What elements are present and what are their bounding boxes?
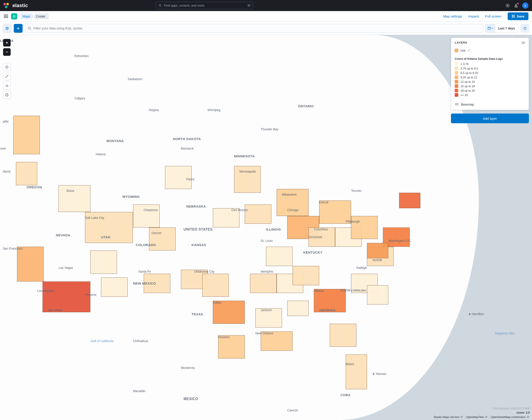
draw-button[interactable] [3, 82, 11, 90]
kql-input[interactable] [25, 24, 483, 33]
csa-region[interactable] [16, 162, 37, 185]
breadcrumb-current: Create [33, 13, 49, 19]
save-button[interactable]: Save [508, 12, 529, 20]
svg-point-22 [6, 66, 8, 68]
zoom-in-button[interactable] [3, 39, 11, 46]
csa-region[interactable] [293, 266, 319, 285]
csa-region[interactable] [133, 205, 160, 227]
help-icon[interactable] [505, 3, 510, 8]
layers-title: LAYERS [455, 41, 467, 44]
global-header: elastic Find apps, content, and more. ⌘/… [0, 0, 532, 11]
csa-region[interactable] [399, 193, 420, 208]
attribution-omt[interactable]: OpenMapTiles [466, 416, 484, 419]
legend-label: 12 up to 15 [460, 80, 475, 83]
legend-row: 6.5 up to 9.25 [455, 71, 525, 75]
saved-query-button[interactable] [3, 24, 12, 33]
legend-label: 15 up to 18 [460, 85, 475, 88]
timeslider-button[interactable] [3, 91, 11, 99]
csa-region[interactable] [351, 216, 378, 239]
csa-region[interactable] [90, 251, 117, 273]
refresh-button[interactable] [520, 24, 529, 33]
search-icon [28, 27, 31, 30]
csa-region[interactable] [59, 185, 90, 212]
time-range-picker[interactable]: Last 7 days [485, 24, 518, 33]
svg-line-14 [30, 29, 31, 30]
csa-region[interactable] [367, 243, 388, 258]
legend-row: 12 up to 15 [455, 79, 525, 84]
svg-line-27 [6, 75, 8, 77]
layer-item-csa[interactable]: csa 🕘 [451, 47, 529, 56]
csa-region[interactable] [245, 205, 271, 224]
breadcrumb: Maps Create [20, 13, 49, 19]
svg-point-3 [507, 5, 508, 6]
add-filter-button[interactable] [14, 24, 23, 33]
nav-toggle-icon[interactable] [3, 14, 8, 18]
csa-region[interactable] [17, 247, 44, 282]
legend-swatch [455, 75, 458, 79]
svg-line-1 [161, 6, 162, 7]
legend-row: 9.25 up to 12 [455, 75, 525, 79]
legend-title: Count of Kibana Sample Data Logs [455, 57, 525, 60]
legend-row: >= 20 [455, 93, 525, 97]
csa-region[interactable] [250, 274, 277, 293]
layers-panel: LAYERS csa 🕘 Count of Kibana Sample Data… [451, 38, 529, 110]
space-selector[interactable]: D [11, 13, 17, 19]
map-attribution: Elastic Maps Service⧉, OpenMapTiles⧉, Op… [434, 415, 530, 419]
watermark: CSDN @Elastic 中国社区官方博客 [492, 407, 530, 410]
elastic-logo-icon[interactable] [3, 3, 9, 8]
legend-swatch [455, 71, 458, 75]
csa-region[interactable] [287, 301, 309, 316]
attribution-ems[interactable]: Elastic Maps Service [434, 416, 459, 419]
csa-region[interactable] [346, 355, 367, 389]
grid-icon: ⠿⠿ [455, 103, 458, 106]
legend-row: 3.75 up to 6.5 [455, 66, 525, 71]
csa-region[interactable] [149, 227, 176, 251]
zoom-out-button[interactable] [3, 48, 11, 56]
svg-point-28 [6, 77, 6, 78]
csa-region[interactable] [101, 277, 127, 297]
add-layer-button[interactable]: Add layer [451, 114, 529, 123]
legend-label: 18 up to 20 [460, 89, 475, 92]
newsfeed-icon[interactable] [514, 3, 518, 8]
legend-row: 15 up to 18 [455, 84, 525, 88]
svg-point-13 [28, 27, 30, 29]
csa-region[interactable] [202, 274, 229, 297]
kql-input-field[interactable] [33, 26, 480, 30]
layer-item-basemap[interactable]: ⠿⠿ Basemap [451, 100, 529, 110]
legend-swatch [455, 67, 458, 70]
csa-region[interactable] [13, 116, 40, 154]
inspect-button[interactable]: Inspect [468, 14, 479, 18]
external-link-icon: ⧉ [527, 415, 529, 419]
attribution-osm[interactable]: OpenStreetMap contributors [491, 416, 526, 419]
map-toolbar [3, 39, 11, 99]
legend-swatch [455, 84, 458, 88]
legend-row: < 3.75 [455, 62, 525, 66]
query-bar: Last 7 days [0, 22, 532, 35]
csa-region[interactable] [330, 324, 356, 347]
global-search-input[interactable]: Find apps, content, and more. ⌘/ [156, 2, 253, 9]
legend-swatch [455, 93, 458, 97]
map-settings-button[interactable]: Map settings [443, 14, 462, 18]
brand-name: elastic [12, 3, 28, 8]
legend-swatch [455, 62, 458, 66]
csa-region[interactable] [43, 282, 90, 312]
fit-bounds-button[interactable] [3, 63, 11, 71]
layer-swatch-icon [455, 49, 458, 52]
external-link-icon: ⧉ [461, 415, 463, 419]
user-avatar[interactable]: e [522, 2, 529, 9]
fullscreen-button[interactable]: Full screen [485, 14, 501, 18]
map-canvas[interactable]: LUMBIA uver attle rtland Edmonton Saskat… [0, 35, 532, 420]
breadcrumb-app[interactable]: Maps [20, 13, 34, 19]
time-range-label: Last 7 days [495, 27, 518, 30]
legend-label: < 3.75 [460, 62, 469, 66]
collapse-panel-icon[interactable] [522, 41, 525, 44]
measure-button[interactable] [3, 73, 11, 80]
external-link-icon: ⧉ [485, 415, 487, 419]
csa-region[interactable] [266, 247, 293, 266]
legend-label: 6.5 up to 9.25 [460, 71, 478, 75]
layer-legend: Count of Kibana Sample Data Logs < 3.753… [451, 56, 529, 100]
csa-region[interactable] [367, 285, 388, 304]
calendar-icon[interactable] [486, 24, 495, 32]
search-icon [158, 4, 162, 7]
legend-row: 18 up to 20 [455, 88, 525, 93]
